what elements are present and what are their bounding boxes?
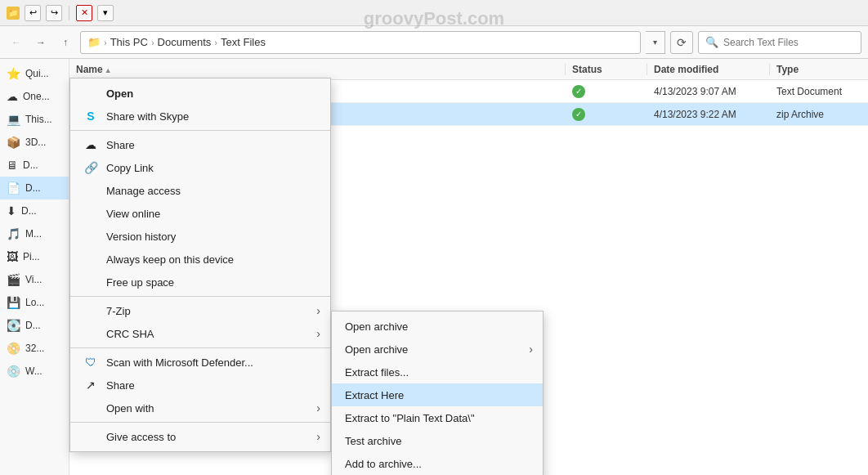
sidebar-item-documents[interactable]: 📄 D...: [0, 177, 69, 199]
sidebar-item-onedrive[interactable]: ☁ One...: [0, 85, 69, 108]
ctx-crc-sha-label: CRC SHA: [106, 328, 317, 340]
status-icon-1: ✓: [572, 85, 585, 98]
sidebar-label-music: M...: [25, 228, 42, 240]
sidebar-item-local-disk[interactable]: 💾 Lo...: [0, 291, 69, 314]
ctx-open-with[interactable]: Open with: [70, 397, 330, 419]
sidebar-item-downloads[interactable]: ⬇ D...: [0, 199, 69, 222]
ctx-version-label: Version history: [106, 231, 317, 243]
sidebar-label-3d: 3D...: [25, 137, 46, 148]
context-submenu-7zip: Open archive Open archive Extract files.…: [331, 311, 544, 475]
close-button[interactable]: ✕: [76, 5, 92, 21]
ctx-share-skype[interactable]: S Share with Skype: [70, 105, 330, 128]
sidebar-label-local-disk: Lo...: [25, 297, 44, 308]
ctx-copy-link-label: Copy Link: [106, 162, 317, 174]
ctx-sub-open-archive-sub[interactable]: Open archive: [332, 338, 543, 361]
ctx-free-space[interactable]: Free up space: [70, 271, 330, 294]
sidebar-item-music[interactable]: 🎵 M...: [0, 222, 69, 245]
ctx-share2[interactable]: ↗ Share: [70, 374, 330, 397]
redo-button[interactable]: ↪: [46, 5, 62, 21]
ctx-defender[interactable]: 🛡 Scan with Microsoft Defender...: [70, 351, 330, 374]
status-icon-2: ✓: [572, 108, 585, 121]
undo-button[interactable]: ↩: [25, 5, 41, 21]
up-button[interactable]: ↑: [56, 33, 75, 52]
ctx-sub-open-archive-label: Open archive: [345, 320, 530, 333]
ctx-separator-3: [70, 347, 330, 348]
sidebar-label-this-pc: This...: [25, 114, 52, 125]
col-date-header: Date modified: [647, 64, 770, 75]
sidebar: ⭐ Qui... ☁ One... 💻 This... 📦 3D... 🖥 D.…: [0, 59, 69, 475]
ctx-crc-sha[interactable]: CRC SHA: [70, 322, 330, 345]
ctx-sub-add-archive[interactable]: Add to archive...: [332, 452, 543, 475]
sidebar-item-quick-access[interactable]: ⭐ Qui...: [0, 62, 69, 85]
share-cloud-icon: ☁: [83, 138, 98, 151]
sidebar-item-drive-w[interactable]: 💿 W...: [0, 360, 69, 383]
path-icon: 📁: [87, 36, 101, 48]
ctx-share2-label: Share: [106, 379, 317, 392]
path-documents[interactable]: Documents: [158, 36, 212, 48]
ctx-give-access[interactable]: Give access to: [70, 425, 330, 448]
sidebar-label-documents: D...: [25, 182, 41, 194]
ctx-sub-extract-here-label: Extract Here: [345, 389, 530, 401]
ctx-sub-extract-here[interactable]: Extract Here: [332, 383, 543, 406]
col-status-header: Status: [566, 64, 647, 75]
address-path[interactable]: 📁 › This PC › Documents › Text Files: [80, 31, 641, 54]
defender-icon: 🛡: [83, 356, 98, 369]
sidebar-label-drive-w: W...: [25, 365, 43, 377]
ctx-always-keep-label: Always keep on this device: [106, 253, 317, 266]
ctx-defender-label: Scan with Microsoft Defender...: [106, 356, 317, 369]
this-pc-icon: 💻: [7, 113, 20, 126]
path-sep-3: ›: [214, 38, 217, 47]
path-text-files[interactable]: Text Files: [221, 36, 266, 48]
dropdown-button[interactable]: ▾: [97, 5, 114, 21]
ctx-open-with-label: Open with: [106, 402, 317, 415]
sidebar-label-pictures: Pi...: [23, 251, 40, 262]
ctx-open[interactable]: Open: [70, 82, 330, 105]
ctx-separator-1: [70, 130, 330, 131]
sidebar-item-this-pc[interactable]: 💻 This...: [0, 108, 69, 131]
ctx-sub-extract-files[interactable]: Extract files...: [332, 361, 543, 383]
ctx-free-space-label: Free up space: [106, 276, 317, 289]
ctx-version-history[interactable]: Version history: [70, 225, 330, 248]
file-status-cell-2: ✓: [566, 108, 647, 121]
desktop-icon: 🖥: [7, 159, 18, 172]
search-box[interactable]: 🔍: [698, 31, 861, 54]
search-input[interactable]: [723, 37, 854, 48]
ctx-view-online-label: View online: [106, 208, 317, 220]
ctx-sub-test-archive[interactable]: Test archive: [332, 429, 543, 452]
sidebar-item-drive-d[interactable]: 💽 D...: [0, 314, 69, 337]
downloads-icon: ⬇: [7, 204, 16, 217]
sidebar-item-desktop[interactable]: 🖥 D...: [0, 154, 69, 177]
ctx-manage-access[interactable]: Manage access: [70, 179, 330, 202]
sidebar-label-downloads: D...: [21, 205, 37, 217]
ctx-7zip[interactable]: 7-Zip: [70, 299, 330, 322]
col-type-header: Type: [770, 64, 868, 75]
ctx-sub-extract-to[interactable]: Extract to "Plain Text Data\": [332, 406, 543, 429]
local-disk-icon: 💾: [7, 296, 20, 309]
ctx-give-access-label: Give access to: [106, 431, 317, 443]
sidebar-label-drive-32: 32...: [25, 343, 44, 354]
forward-button[interactable]: →: [31, 33, 51, 52]
sidebar-item-drive-32[interactable]: 📀 32...: [0, 337, 69, 360]
path-dropdown-button[interactable]: ▾: [646, 31, 665, 54]
sidebar-item-3d[interactable]: 📦 3D...: [0, 131, 69, 154]
sidebar-label-desktop: D...: [23, 159, 38, 171]
file-status-cell-1: ✓: [566, 85, 647, 98]
ctx-view-online[interactable]: View online: [70, 202, 330, 225]
path-this-pc[interactable]: This PC: [110, 36, 148, 48]
ctx-sub-open-archive-sub-label: Open archive: [345, 343, 530, 356]
sidebar-label-quick-access: Qui...: [25, 68, 49, 79]
ctx-always-keep[interactable]: Always keep on this device: [70, 248, 330, 271]
ctx-sub-open-archive[interactable]: Open archive: [332, 315, 543, 338]
file-date-cell-1: 4/13/2023 9:07 AM: [647, 86, 770, 97]
title-bar: 📁 ↩ ↪ ✕ ▾: [0, 0, 868, 26]
sidebar-item-videos[interactable]: 🎬 Vi...: [0, 268, 69, 291]
refresh-button[interactable]: ⟳: [670, 31, 693, 54]
address-bar: ← → ↑ 📁 › This PC › Documents › Text Fil…: [0, 26, 868, 59]
ctx-share[interactable]: ☁ Share: [70, 133, 330, 156]
ctx-copy-link[interactable]: 🔗 Copy Link: [70, 156, 330, 179]
videos-icon: 🎬: [7, 273, 20, 286]
drive-d-icon: 💽: [7, 319, 20, 332]
back-button[interactable]: ←: [7, 33, 26, 52]
drive-32-icon: 📀: [7, 342, 20, 355]
sidebar-item-pictures[interactable]: 🖼 Pi...: [0, 245, 69, 268]
